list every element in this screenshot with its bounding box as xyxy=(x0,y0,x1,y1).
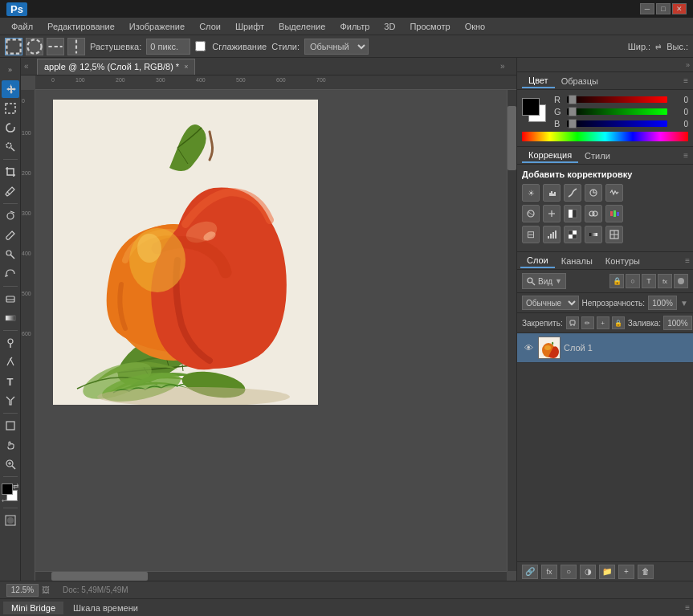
lock-pixels-btn[interactable] xyxy=(566,316,579,329)
mini-bridge-tab[interactable]: Mini Bridge xyxy=(3,602,63,614)
menu-type[interactable]: Шрифт xyxy=(229,20,271,33)
clone-stamp-tool[interactable] xyxy=(2,246,19,263)
canvas-tab-apple[interactable]: apple @ 12,5% (Слой 1, RGB/8) * × xyxy=(37,59,195,75)
path-selection-tool[interactable] xyxy=(2,392,19,410)
layer-row-1[interactable]: 👁 Слой 1 xyxy=(517,333,693,363)
layers-panel-menu[interactable]: ≡ xyxy=(685,256,690,265)
canvas-viewport[interactable]: 0 100 200 300 400 500 600 700 0 100 200 … xyxy=(21,75,516,581)
ellipse-marquee-btn[interactable] xyxy=(26,38,43,55)
color-balance-btn[interactable] xyxy=(543,205,561,222)
type-tool[interactable]: T xyxy=(2,373,19,390)
rect-marquee-btn[interactable] xyxy=(5,38,22,55)
layer-eye-toggle[interactable]: 👁 xyxy=(522,341,535,354)
opacity-arrow[interactable]: ▼ xyxy=(680,299,688,308)
vertical-scrollbar[interactable] xyxy=(507,90,516,571)
red-slider-thumb[interactable] xyxy=(569,95,577,104)
channel-mixer-btn[interactable] xyxy=(605,205,623,222)
hue-sat-btn[interactable] xyxy=(522,205,540,222)
menu-file[interactable]: Файл xyxy=(5,20,39,33)
shape-tool[interactable] xyxy=(2,417,19,434)
foreground-color-swatch[interactable] xyxy=(2,483,13,495)
hand-tool[interactable] xyxy=(2,436,19,454)
lasso-tool[interactable] xyxy=(2,119,19,137)
view-dropdown-arrow[interactable]: ▼ xyxy=(555,277,562,285)
samples-tab[interactable]: Образцы xyxy=(555,75,605,88)
quick-mask-btn[interactable] xyxy=(2,512,19,529)
canvas-tab-close[interactable]: × xyxy=(184,63,188,71)
fill-icon-btn[interactable]: ○ xyxy=(626,274,640,288)
menu-image[interactable]: Изображение xyxy=(123,20,191,33)
lock-position-btn[interactable]: ✏ xyxy=(581,316,594,329)
color-tab[interactable]: Цвет xyxy=(522,74,555,88)
minimize-button[interactable]: ─ xyxy=(640,3,654,14)
color-swatches[interactable]: ⇄ ↩ xyxy=(2,483,19,504)
green-slider-thumb[interactable] xyxy=(569,107,577,116)
levels-btn[interactable] xyxy=(543,184,561,202)
canvas-image[interactable] xyxy=(53,100,318,405)
vibrance-btn[interactable] xyxy=(605,184,623,202)
feather-input[interactable] xyxy=(146,39,190,55)
horizontal-scrollbar[interactable] xyxy=(35,571,507,581)
selective-color-btn[interactable] xyxy=(605,226,623,243)
fx-layers-btn[interactable]: fx xyxy=(658,274,672,288)
lock-layer-icon-btn[interactable]: 🔒 xyxy=(609,274,624,288)
color-panel-menu[interactable]: ≡ xyxy=(683,76,688,85)
type-layers-btn[interactable]: T xyxy=(642,274,656,288)
new-adjustment-layer-btn[interactable]: ◑ xyxy=(580,565,596,579)
menu-layers[interactable]: Слои xyxy=(193,20,227,33)
correction-tab[interactable]: Коррекция xyxy=(522,149,578,163)
close-button[interactable]: ✕ xyxy=(672,3,687,14)
posterize-btn[interactable] xyxy=(543,226,561,243)
rectangular-marquee-tool[interactable] xyxy=(2,100,19,117)
eyedropper-tool[interactable] xyxy=(2,182,19,200)
timeline-tab[interactable]: Шкала времени xyxy=(65,602,146,614)
menu-window[interactable]: Окно xyxy=(459,20,492,33)
smoothing-checkbox[interactable] xyxy=(195,41,206,51)
move-tool[interactable] xyxy=(2,80,19,98)
view-selector[interactable]: Вид ▼ xyxy=(522,273,566,289)
blue-slider-thumb[interactable] xyxy=(569,119,577,129)
red-slider-track[interactable] xyxy=(567,96,667,103)
crop-tool[interactable] xyxy=(2,163,19,181)
menu-3d[interactable]: 3D xyxy=(377,20,402,33)
dodge-tool[interactable] xyxy=(2,334,19,352)
pen-tool[interactable] xyxy=(2,353,19,371)
tab-left-arrow[interactable]: « xyxy=(24,62,37,71)
styles-select[interactable]: Обычный xyxy=(304,39,369,55)
menu-select[interactable]: Выделение xyxy=(272,20,332,33)
brightness-contrast-btn[interactable]: ☀ xyxy=(522,184,540,202)
menu-view[interactable]: Просмотр xyxy=(403,20,456,33)
quick-selection-tool[interactable] xyxy=(2,138,19,156)
green-slider-track[interactable] xyxy=(567,108,667,115)
curves-btn[interactable] xyxy=(564,184,581,202)
single-row-btn[interactable] xyxy=(47,38,64,55)
fill-input[interactable] xyxy=(663,316,692,330)
lock-artboard-btn[interactable]: + xyxy=(597,316,609,329)
zoom-tool[interactable] xyxy=(2,455,19,473)
adjustment-layers-btn[interactable] xyxy=(674,274,688,288)
gradient-tool[interactable] xyxy=(2,309,19,327)
zoom-input[interactable] xyxy=(6,584,39,597)
invert-btn[interactable]: ⊟ xyxy=(522,226,540,243)
contours-tab[interactable]: Контуры xyxy=(599,255,646,267)
maximize-button[interactable]: □ xyxy=(656,3,671,14)
fg-bg-swatches[interactable] xyxy=(522,98,549,125)
bottom-panel-collapse[interactable]: ≡ xyxy=(685,603,690,612)
menu-filter[interactable]: Фильтр xyxy=(333,20,376,33)
exposure-btn[interactable] xyxy=(585,184,602,202)
gradient-map-btn[interactable] xyxy=(585,226,602,243)
add-layer-style-btn[interactable]: fx xyxy=(541,565,557,579)
lock-all-btn[interactable]: 🔒 xyxy=(612,316,625,329)
spot-healing-tool[interactable] xyxy=(2,207,19,225)
width-arrow[interactable]: ⇄ xyxy=(655,43,662,51)
fg-swatch[interactable] xyxy=(522,98,540,116)
new-group-btn[interactable]: 📁 xyxy=(599,565,615,579)
horizontal-scroll-thumb[interactable] xyxy=(51,572,148,581)
new-layer-btn[interactable]: + xyxy=(618,565,634,579)
black-white-btn[interactable] xyxy=(564,205,581,222)
toolbar-expand-btn[interactable]: » xyxy=(2,61,19,79)
tab-right-arrow[interactable]: » xyxy=(500,62,513,71)
title-bar-controls[interactable]: ─ □ ✕ xyxy=(640,3,687,14)
vertical-scroll-thumb[interactable] xyxy=(508,106,516,170)
threshold-btn[interactable] xyxy=(564,226,581,243)
